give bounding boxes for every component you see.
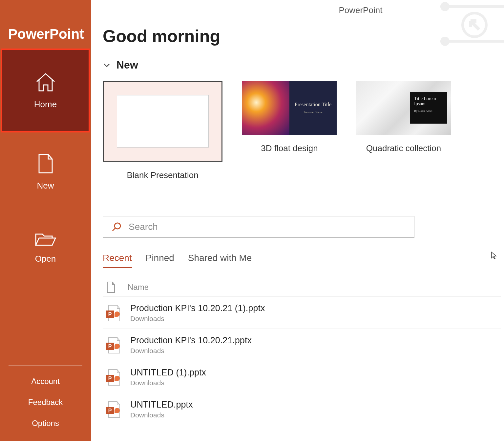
template-thumb: Title Lorem Ipsum By Dolor Amet — [356, 81, 451, 135]
file-location: Downloads — [130, 379, 206, 387]
file-list: P Production KPI's 10.20.21 (1).pptx Dow… — [103, 297, 504, 425]
file-location: Downloads — [130, 347, 252, 355]
tab-shared-with-me[interactable]: Shared with Me — [188, 253, 252, 268]
sidebar-item-label: Open — [35, 254, 56, 264]
folder-open-icon — [34, 231, 57, 247]
search-icon — [112, 222, 121, 232]
file-name: Production KPI's 10.20.21.pptx — [130, 335, 252, 346]
search-box[interactable] — [103, 216, 414, 238]
file-tabs: Recent Pinned Shared with Me — [103, 253, 504, 268]
sidebar-item-label: Home — [34, 99, 57, 110]
main-pane: PowerPoint Good morning New Blank Presen… — [91, 0, 504, 441]
file-row[interactable]: P UNTITLED.pptx Downloads — [103, 393, 501, 425]
window-app-label: PowerPoint — [339, 5, 382, 15]
document-icon — [37, 153, 54, 174]
sidebar-item-options[interactable]: Options — [32, 419, 59, 428]
pptx-file-icon: P — [105, 304, 121, 322]
sidebar-item-new[interactable]: New — [0, 132, 91, 211]
new-section-header[interactable]: New — [103, 59, 504, 71]
sidebar-item-label: New — [37, 181, 54, 191]
file-row[interactable]: P UNTITLED (1).pptx Downloads — [103, 361, 501, 393]
file-name: UNTITLED (1).pptx — [130, 368, 206, 378]
cursor-icon — [491, 251, 497, 259]
tab-recent[interactable]: Recent — [103, 253, 132, 268]
file-row[interactable]: P Production KPI's 10.20.21.pptx Downloa… — [103, 329, 501, 361]
template-label: Blank Presentation — [127, 170, 198, 180]
sidebar-item-home[interactable]: Home — [1, 49, 90, 132]
chevron-down-icon — [103, 61, 111, 69]
file-row[interactable]: P Production KPI's 10.20.21 (1).pptx Dow… — [103, 297, 501, 329]
file-name: UNTITLED.pptx — [130, 400, 193, 410]
sidebar-item-open[interactable]: Open — [0, 211, 91, 283]
sidebar: PowerPoint Home New Open Account Feedbac… — [0, 0, 91, 441]
pptx-file-icon: P — [105, 336, 121, 354]
file-name: Production KPI's 10.20.21 (1).pptx — [130, 303, 265, 313]
sidebar-app-title: PowerPoint — [0, 0, 91, 49]
svg-text:P: P — [108, 408, 112, 413]
section-header-label: New — [116, 59, 138, 71]
decorative-graphic — [438, 0, 504, 49]
template-thumb — [103, 81, 222, 162]
svg-point-5 — [115, 223, 120, 229]
svg-text:P: P — [108, 344, 112, 349]
sidebar-item-feedback[interactable]: Feedback — [28, 398, 63, 407]
sidebar-bottom: Account Feedback Options — [9, 365, 82, 441]
file-location: Downloads — [130, 411, 193, 419]
thumb-subtitle: By Dolor Amet — [414, 109, 443, 112]
search-input[interactable] — [129, 222, 406, 232]
search-wrap — [103, 216, 414, 238]
svg-text:P: P — [108, 311, 112, 317]
template-blank-presentation[interactable]: Blank Presentation — [103, 81, 222, 180]
template-label: 3D float design — [261, 143, 318, 153]
template-quadratic-collection[interactable]: Title Lorem Ipsum By Dolor Amet Quadrati… — [356, 81, 451, 180]
column-name: Name — [128, 283, 149, 292]
svg-line-6 — [113, 228, 115, 231]
template-thumb: Presentation Title Presenter Name — [242, 81, 337, 135]
tab-pinned[interactable]: Pinned — [146, 253, 174, 268]
thumb-title: Presentation Title — [295, 101, 331, 108]
file-list-header: Name — [103, 281, 501, 297]
pptx-file-icon: P — [105, 400, 121, 419]
svg-point-3 — [442, 38, 448, 45]
sidebar-item-account[interactable]: Account — [31, 377, 60, 386]
template-label: Quadratic collection — [366, 143, 441, 153]
template-3d-float-design[interactable]: Presentation Title Presenter Name 3D flo… — [242, 81, 337, 180]
document-icon — [106, 281, 116, 293]
file-location: Downloads — [130, 315, 265, 323]
svg-point-1 — [442, 3, 448, 10]
pptx-file-icon: P — [105, 368, 121, 387]
svg-text:P: P — [108, 376, 112, 381]
thumb-subtitle: Presenter Name — [304, 110, 322, 114]
home-icon — [34, 72, 57, 93]
thumb-title: Title Lorem Ipsum — [414, 96, 443, 107]
templates-row: Blank Presentation Presentation Title Pr… — [103, 81, 501, 197]
